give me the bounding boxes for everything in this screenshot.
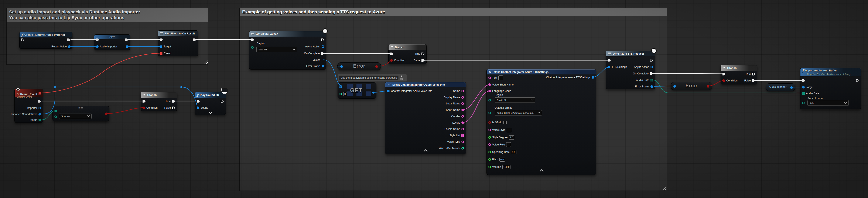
node-get-azure-voices[interactable]: Get Azure Voices Region East US Async Ac… xyxy=(249,31,326,69)
audio-format-pin[interactable] xyxy=(802,102,805,104)
style-degree-pin[interactable] xyxy=(488,136,491,139)
node-header[interactable]: Send Azure TTS Request xyxy=(606,51,655,56)
region-dropdown[interactable]: East US xyxy=(495,97,535,103)
node-comment-bubble[interactable]: Use the first available voice for testin… xyxy=(338,74,407,81)
volume-value-box[interactable]: 100.0 xyxy=(502,165,511,169)
exec-out-pin[interactable] xyxy=(856,79,859,82)
exec-in-pin[interactable] xyxy=(96,38,99,41)
collapse-chevron-icon[interactable] xyxy=(539,169,544,173)
collapse-chevron-icon[interactable] xyxy=(209,110,212,114)
node-bind-event-to-on-result[interactable]: Bind Event to On Result Target Event xyxy=(158,30,198,56)
style-degree-value-box[interactable]: 1.0 xyxy=(509,136,514,140)
node-break-azure-voice-info[interactable]: Break Chatbot Integrator Azure Voice Inf… xyxy=(385,82,466,154)
audio-data-array-pin[interactable] xyxy=(650,79,653,81)
imported-sound-wave-pin[interactable] xyxy=(38,113,41,115)
node-error-1[interactable]: Error xyxy=(337,62,381,70)
node-make-azure-ttssettings[interactable]: Make Chatbot Integrator Azure TTSSetting… xyxy=(487,69,596,175)
pitch-pin[interactable] xyxy=(488,158,491,161)
false-exec-pin[interactable] xyxy=(422,59,425,62)
exec-in-pin[interactable] xyxy=(21,38,25,41)
exec-in-pin[interactable] xyxy=(390,53,394,55)
locale-pin[interactable] xyxy=(461,121,464,124)
sound-pin[interactable] xyxy=(197,107,199,109)
node-branch-2[interactable]: Branch True Condition False xyxy=(388,44,427,64)
array-in-pin[interactable] xyxy=(339,85,342,88)
short-name-pin[interactable] xyxy=(461,109,464,111)
exec-in-pin[interactable] xyxy=(160,38,163,41)
volume-pin[interactable] xyxy=(488,166,491,168)
node-import-audio-from-buffer[interactable]: ƒ Import Audio from Buffer Target is Run… xyxy=(800,68,861,109)
display-name-pin[interactable] xyxy=(461,96,464,99)
locale-name-pin[interactable] xyxy=(461,128,464,130)
node-header[interactable]: SET xyxy=(94,35,130,39)
error-output-pin[interactable] xyxy=(707,85,709,88)
language-code-pin[interactable] xyxy=(488,90,491,92)
exec-in-pin[interactable] xyxy=(197,100,200,103)
node-send-azure-tts-request[interactable]: Send Azure TTS Request TTS Settings Asyn… xyxy=(606,51,655,89)
blueprint-graph-canvas[interactable]: Set up audio import and playback via Run… xyxy=(0,0,868,198)
style-list-array-pin[interactable] xyxy=(461,134,464,137)
region-pin[interactable] xyxy=(488,99,491,102)
audio-format-dropdown[interactable]: mp3 xyxy=(807,100,849,106)
event-delegate-pin[interactable] xyxy=(160,52,162,55)
error-output-pin[interactable] xyxy=(375,65,378,68)
exec-out-pin[interactable] xyxy=(650,59,653,62)
node-create-runtime-audio-importer[interactable]: ƒ Create Runtime Audio Importer Return V… xyxy=(19,32,72,49)
index-pin[interactable] xyxy=(339,93,342,95)
exec-in-pin[interactable] xyxy=(143,100,146,103)
exec-out-pin[interactable] xyxy=(193,38,196,41)
node-branch-3[interactable]: Branch True Condition False xyxy=(720,65,757,84)
words-per-minute-pin[interactable] xyxy=(461,147,464,149)
voice-style-pin[interactable] xyxy=(488,129,491,131)
collapse-chevron-icon[interactable] xyxy=(424,149,428,153)
output-format-pin[interactable] xyxy=(488,112,491,114)
node-header[interactable]: Branch xyxy=(721,65,757,70)
output-format-dropdown[interactable]: audio-16khz-32kbitrate-mono-mp3 xyxy=(495,110,542,115)
local-name-pin[interactable] xyxy=(461,102,464,105)
exec-in-pin[interactable] xyxy=(722,73,726,76)
node-header[interactable]: ƒ Import Audio from Buffer Target is Run… xyxy=(801,68,861,76)
text-pin[interactable] xyxy=(488,77,491,79)
equal-input-b-pin[interactable] xyxy=(54,115,57,118)
text-input-box[interactable] xyxy=(498,76,503,80)
status-pin[interactable] xyxy=(38,119,41,121)
node-header[interactable]: ƒ Create Runtime Audio Importer xyxy=(20,32,72,37)
node-equal-enum[interactable]: == Success xyxy=(53,106,110,121)
node-header[interactable]: ƒ Play Sound 2D xyxy=(195,92,226,97)
exec-out-pin[interactable] xyxy=(125,38,128,41)
node-onresult-custom-event[interactable]: OnResult_Event Custom Event Importer Imp… xyxy=(14,89,43,123)
true-exec-pin[interactable] xyxy=(172,100,175,103)
comment-header[interactable]: Example of getting voices and then sendi… xyxy=(240,8,666,16)
node-header[interactable]: Get Azure Voices xyxy=(249,31,326,36)
error-status-pin[interactable] xyxy=(650,85,653,88)
voices-array-pin[interactable] xyxy=(321,59,324,61)
target-pin[interactable] xyxy=(802,86,805,88)
audio-data-array-pin[interactable] xyxy=(802,92,805,95)
reroute-dot[interactable] xyxy=(54,86,56,88)
voice-type-pin[interactable] xyxy=(461,141,464,143)
region-dropdown[interactable]: East US xyxy=(256,47,297,52)
node-set-audio-importer[interactable]: SET Audio Importer xyxy=(94,34,130,50)
exec-out-pin[interactable] xyxy=(67,38,70,41)
exec-in-pin[interactable] xyxy=(802,79,805,82)
region-pin[interactable] xyxy=(251,46,254,49)
speaking-rate-value-box[interactable]: 0.0 xyxy=(511,150,517,154)
pitch-value-box[interactable]: 0.0 xyxy=(499,158,505,162)
true-exec-pin[interactable] xyxy=(752,73,755,76)
condition-pin[interactable] xyxy=(390,59,393,62)
exec-in-pin[interactable] xyxy=(251,38,254,41)
on-complete-exec-pin[interactable] xyxy=(650,72,653,75)
node-header[interactable]: Make Chatbot Integrator Azure TTSSetting… xyxy=(487,69,596,75)
struct-out-pin[interactable] xyxy=(592,76,594,79)
node-error-2[interactable]: Error xyxy=(671,82,712,90)
tts-settings-pin[interactable] xyxy=(608,66,610,68)
voice-short-name-pin[interactable] xyxy=(488,83,491,86)
async-action-pin[interactable] xyxy=(650,66,653,68)
comment-header[interactable]: Set up audio import and playback via Run… xyxy=(7,8,208,22)
voice-role-input-box[interactable] xyxy=(506,142,511,147)
error-status-pin[interactable] xyxy=(321,65,324,67)
true-exec-pin[interactable] xyxy=(422,53,425,55)
exec-in-pin[interactable] xyxy=(608,59,611,62)
audio-importer-out-pin[interactable] xyxy=(126,45,128,48)
is-ssml-checkbox[interactable] xyxy=(503,121,507,124)
